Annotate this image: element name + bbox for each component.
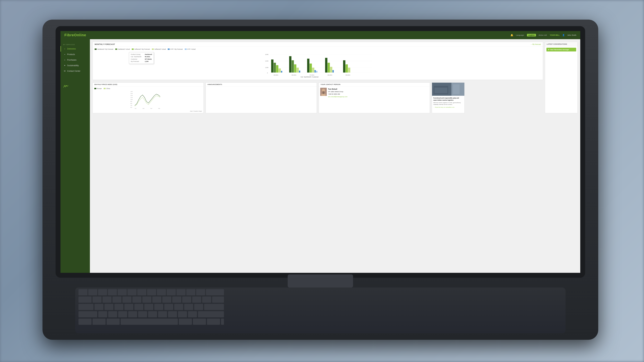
bar-chart: 3,000 2,000 1,000 0 (95, 51, 541, 78)
svg-rect-98 (184, 304, 193, 310)
svg-rect-62 (98, 289, 107, 295)
chart-legend: Hardwood / My Forecast Hardwood / Actual… (95, 48, 541, 50)
svg-rect-79 (132, 297, 142, 303)
tooltip-cal-label: Cal. Year/Month: (131, 55, 144, 58)
sidebar-item-label: Products (67, 53, 75, 55)
svg-rect-28 (343, 60, 345, 72)
deliveries-icon: ▪ (64, 48, 66, 50)
bell-icon[interactable]: 🔔 (510, 34, 513, 36)
svg-rect-110 (178, 311, 187, 317)
svg-text:2020: 2020 (158, 108, 160, 109)
app-header: FibreOnline 🔔 Language: english Active m… (60, 31, 580, 39)
china-legend: China (106, 88, 110, 89)
svg-text:700: 700 (130, 105, 132, 106)
news-link[interactable]: → Read full story on metsafibre.com (433, 106, 463, 108)
news-image (432, 83, 464, 96)
conversations-title: LATEST CONVERSATIONS (545, 42, 578, 46)
svg-text:1000: 1000 (130, 99, 133, 100)
forecast-title: MONTHLY FORECAST (95, 43, 115, 45)
svg-rect-105 (128, 311, 137, 317)
sidebar-item-sustainability[interactable]: ✦ Sustainability (60, 63, 90, 68)
svg-text:2018: 2018 (142, 108, 144, 109)
svg-text:1,000: 1,000 (265, 67, 268, 68)
svg-rect-60 (78, 289, 88, 295)
svg-rect-112 (198, 311, 224, 317)
contact-phone: +358 50 3893 458 (328, 93, 348, 95)
sidebar-item-products[interactable]: ▪ Products (60, 52, 90, 57)
sidebar-item-label: Purchases (67, 59, 76, 61)
svg-rect-10 (274, 63, 276, 72)
conversations-panel: LATEST CONVERSATIONS ➤ New FibreOnline m… (545, 42, 578, 113)
svg-text:1200: 1200 (130, 95, 133, 96)
svg-rect-102 (98, 311, 107, 317)
svg-rect-118 (193, 319, 206, 325)
svg-rect-113 (78, 319, 92, 325)
svg-text:2017: 2017 (135, 108, 136, 109)
svg-rect-78 (122, 297, 132, 303)
content-area: MONTHLY FORECAST → My forecast Hardwood … (90, 39, 580, 273)
language-selector[interactable]: english (527, 34, 536, 36)
svg-rect-120 (221, 319, 224, 325)
sidebar-item-purchases[interactable]: ▪ Purchases (60, 57, 90, 63)
pulp-chart-svg: 1400 1300 1200 1100 1000 900 800 (94, 90, 202, 110)
svg-text:1300: 1300 (130, 93, 133, 94)
svg-rect-109 (168, 311, 177, 317)
svg-text:05.2021: 05.2021 (274, 74, 278, 76)
svg-text:08.2021: 08.2021 (328, 74, 332, 76)
contact-name: Tom Nickull (328, 88, 348, 90)
legend-sw-actual: Softwood / Actual (154, 48, 166, 50)
pulp-price-card: SW PULP PRICE INDEX (USD) Europe China (92, 82, 204, 113)
forecast-section: MONTHLY FORECAST → My forecast Hardwood … (92, 42, 543, 80)
new-message-button[interactable]: ➤ New FibreOnline message! (546, 48, 576, 51)
svg-text:800: 800 (130, 103, 132, 104)
svg-rect-106 (138, 311, 147, 317)
svg-text:Cal. Year/Month / Customer: Cal. Year/Month / Customer (300, 76, 319, 77)
svg-rect-117 (179, 319, 192, 325)
svg-rect-69 (167, 289, 176, 295)
svg-rect-80 (142, 297, 151, 303)
svg-rect-65 (128, 289, 136, 295)
touchpad[interactable] (288, 275, 353, 288)
products-icon: ▪ (64, 53, 66, 55)
tooltip-customer-label: Customer: (131, 58, 144, 60)
svg-rect-22 (314, 70, 316, 72)
svg-rect-20 (310, 63, 312, 72)
svg-rect-61 (88, 289, 97, 295)
keyboard (75, 288, 566, 333)
svg-rect-85 (192, 297, 201, 303)
news-title: Functional and responsible pulp and sawn… (433, 97, 463, 101)
legend-hw-forecast: Hardwood / My Forecast (97, 48, 113, 50)
svg-rect-101 (78, 311, 97, 317)
user-name[interactable]: John Smith (567, 34, 576, 36)
tooltip-product-group-label: Product Group: (131, 53, 144, 55)
svg-text:900: 900 (130, 101, 132, 102)
sidebar-item-contact-center[interactable]: ✉ Contact Center (60, 68, 90, 74)
my-forecast-link[interactable]: → My forecast (530, 43, 541, 45)
person-icon: 👤 (562, 34, 565, 36)
svg-rect-23 (316, 71, 318, 72)
sidebar-item-label: Sustainability (67, 64, 79, 67)
news-card: Functional and responsible pulp and sawn… (432, 82, 464, 113)
svg-rect-90 (104, 304, 114, 310)
svg-rect-81 (152, 297, 161, 303)
svg-rect-63 (108, 289, 117, 295)
contact-person-card: YOUR CONTACT PERSON (319, 82, 430, 113)
svg-rect-84 (182, 297, 191, 303)
svg-rect-86 (202, 297, 211, 303)
svg-rect-115 (106, 319, 120, 325)
svg-rect-87 (212, 297, 224, 303)
chart-tooltip: Product Group: Hardwood Cal. Year/Month:… (129, 52, 154, 64)
svg-rect-99 (194, 304, 203, 310)
sidebar-item-deliveries[interactable]: ▪ Deliveries (60, 46, 90, 52)
svg-rect-30 (348, 68, 350, 72)
svg-text:2019: 2019 (150, 108, 152, 109)
svg-rect-70 (176, 289, 186, 295)
tooltip-forecast-value: 2,200 (145, 60, 148, 62)
svg-rect-21 (312, 68, 314, 72)
svg-rect-13 (281, 71, 282, 72)
svg-text:600: 600 (130, 107, 132, 108)
svg-rect-11 (276, 65, 278, 72)
svg-rect-89 (94, 304, 104, 310)
legend-hw-actual: Hardwood / Actual (118, 48, 130, 50)
svg-rect-82 (162, 297, 171, 303)
